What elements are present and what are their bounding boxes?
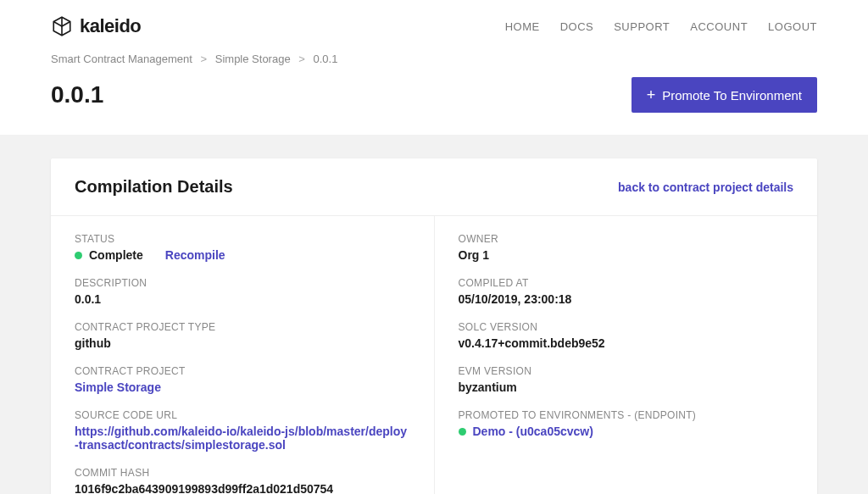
source-url-value[interactable]: https://github.com/kaleido-io/kaleido-js… <box>75 425 410 452</box>
owner-field: OWNER Org 1 <box>459 233 794 262</box>
project-type-field: CONTRACT PROJECT TYPE github <box>75 321 410 350</box>
environments-field: PROMOTED TO ENVIRONMENTS - (ENDPOINT) De… <box>459 409 794 438</box>
environment-status-dot-icon <box>459 428 466 436</box>
owner-value: Org 1 <box>459 248 794 262</box>
back-link[interactable]: back to contract project details <box>618 180 793 194</box>
promote-button[interactable]: + Promote To Environment <box>632 77 817 113</box>
promote-button-label: Promote To Environment <box>662 88 802 103</box>
source-url-field: SOURCE CODE URL https://github.com/kalei… <box>75 409 410 452</box>
logo[interactable]: kaleido <box>51 15 141 37</box>
description-value: 0.0.1 <box>75 292 410 306</box>
solc-version-label: SOLC VERSION <box>459 321 794 333</box>
commit-hash-field: COMMIT HASH 1016f9c2ba643909199893d99ff2… <box>75 467 410 494</box>
breadcrumb-sep: > <box>196 53 213 65</box>
top-bar: kaleido HOME DOCS SUPPORT ACCOUNT LOGOUT <box>0 0 868 46</box>
nav-support[interactable]: SUPPORT <box>614 20 670 33</box>
breadcrumb-sep: > <box>293 53 310 65</box>
solc-version-value: v0.4.17+commit.bdeb9e52 <box>459 336 794 350</box>
compiled-at-field: COMPILED AT 05/10/2019, 23:00:18 <box>459 277 794 306</box>
right-column: OWNER Org 1 COMPILED AT 05/10/2019, 23:0… <box>435 216 818 494</box>
owner-label: OWNER <box>459 233 794 245</box>
evm-version-value: byzantium <box>459 380 794 394</box>
evm-version-label: EVM VERSION <box>459 365 794 377</box>
project-label: CONTRACT PROJECT <box>75 365 410 377</box>
main-area: Compilation Details back to contract pro… <box>0 135 868 494</box>
status-value: Complete <box>89 248 143 262</box>
environment-value[interactable]: Demo - (u0ca05cvcw) <box>473 425 593 438</box>
breadcrumb-root[interactable]: Smart Contract Management <box>51 53 192 65</box>
card-body: STATUS Complete Recompile DESCRIPTION 0.… <box>51 216 817 494</box>
compiled-at-label: COMPILED AT <box>459 277 794 289</box>
title-row: 0.0.1 + Promote To Environment <box>0 77 868 135</box>
status-field: STATUS Complete Recompile <box>75 233 410 262</box>
nav-home[interactable]: HOME <box>505 20 540 33</box>
status-dot-icon <box>75 252 82 259</box>
kaleido-icon <box>51 15 73 37</box>
solc-version-field: SOLC VERSION v0.4.17+commit.bdeb9e52 <box>459 321 794 350</box>
project-type-label: CONTRACT PROJECT TYPE <box>75 321 410 333</box>
page-title: 0.0.1 <box>51 81 103 108</box>
compiled-at-value: 05/10/2019, 23:00:18 <box>459 292 794 306</box>
card-header: Compilation Details back to contract pro… <box>51 158 817 216</box>
compilation-card: Compilation Details back to contract pro… <box>51 158 817 494</box>
breadcrumb: Smart Contract Management > Simple Stora… <box>0 46 868 77</box>
nav-account[interactable]: ACCOUNT <box>690 20 748 33</box>
status-row: Complete Recompile <box>75 248 410 262</box>
status-label: STATUS <box>75 233 410 245</box>
commit-hash-value: 1016f9c2ba643909199893d99ff2a1d021d50754 <box>75 482 410 494</box>
card-title: Compilation Details <box>75 177 233 197</box>
project-value[interactable]: Simple Storage <box>75 380 410 394</box>
logo-text: kaleido <box>80 15 141 37</box>
commit-hash-label: COMMIT HASH <box>75 467 410 479</box>
plus-icon: + <box>647 87 656 103</box>
description-field: DESCRIPTION 0.0.1 <box>75 277 410 306</box>
source-url-label: SOURCE CODE URL <box>75 409 410 421</box>
recompile-link[interactable]: Recompile <box>165 248 225 262</box>
nav-docs[interactable]: DOCS <box>560 20 594 33</box>
description-label: DESCRIPTION <box>75 277 410 289</box>
project-field: CONTRACT PROJECT Simple Storage <box>75 365 410 394</box>
environments-label: PROMOTED TO ENVIRONMENTS - (ENDPOINT) <box>459 409 794 421</box>
environment-row: Demo - (u0ca05cvcw) <box>459 425 794 438</box>
project-type-value: github <box>75 336 410 350</box>
breadcrumb-level2[interactable]: 0.0.1 <box>313 53 337 65</box>
evm-version-field: EVM VERSION byzantium <box>459 365 794 394</box>
left-column: STATUS Complete Recompile DESCRIPTION 0.… <box>51 216 435 494</box>
nav-logout[interactable]: LOGOUT <box>768 20 817 33</box>
breadcrumb-level1[interactable]: Simple Storage <box>215 53 291 65</box>
nav-links: HOME DOCS SUPPORT ACCOUNT LOGOUT <box>505 20 817 33</box>
